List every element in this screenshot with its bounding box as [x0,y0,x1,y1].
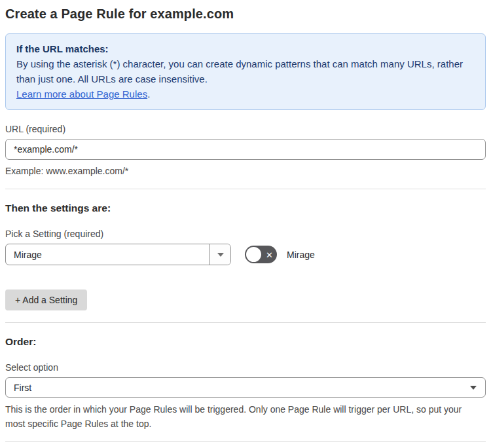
add-setting-button[interactable]: + Add a Setting [5,289,87,310]
setting-select-arrow-button[interactable] [209,244,230,265]
link-suffix: . [147,88,150,100]
pick-setting-label: Pick a Setting (required) [5,229,486,239]
mirage-toggle[interactable]: ✕ [245,246,277,263]
chevron-down-icon [470,386,477,390]
url-match-info-box: If the URL matches: By using the asteris… [5,33,486,110]
x-icon: ✕ [266,250,273,259]
order-select-value: First [14,383,470,393]
order-section-heading: Order: [5,336,486,348]
divider [5,189,486,189]
toggle-label: Mirage [287,250,315,260]
url-field-label: URL (required) [5,124,486,134]
chevron-down-icon [217,253,224,257]
order-select[interactable]: First [5,377,486,398]
order-helper-text: This is the order in which your Page Rul… [5,402,477,431]
settings-section-heading: Then the settings are: [5,202,486,214]
info-box-link-line: Learn more about Page Rules. [16,86,475,102]
setting-select-value: Mirage [6,244,209,265]
setting-row: Mirage ✕ Mirage [5,244,486,265]
url-input[interactable] [5,139,486,160]
setting-select[interactable]: Mirage [5,244,231,265]
toggle-knob [246,247,261,262]
divider [5,322,486,323]
info-box-heading: If the URL matches: [16,41,475,56]
create-page-rule-panel: Create a Page Rule for example.com If th… [0,0,491,448]
learn-more-link[interactable]: Learn more about Page Rules [16,88,147,100]
divider [5,441,486,442]
url-example-helper: Example: www.example.com/* [5,164,486,178]
order-select-label: Select option [5,362,486,373]
page-title: Create a Page Rule for example.com [5,7,486,22]
info-box-body: By using the asterisk (*) character, you… [16,56,475,86]
